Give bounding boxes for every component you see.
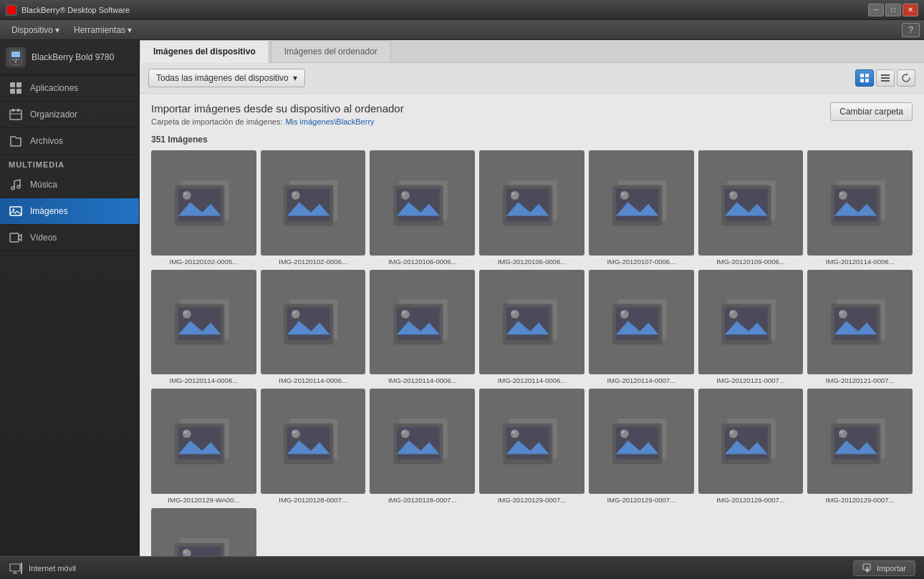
svg-rect-8 [16, 82, 21, 87]
menu-herramientas[interactable]: Herramientas ▾ [67, 22, 139, 38]
list-view-button[interactable] [876, 69, 895, 87]
svg-rect-137 [10, 564, 20, 571]
import-header: Importar imágenes desde su dispositivo a… [140, 94, 924, 132]
tab-imagenes-dispositivo[interactable]: Imágenes del dispositivo [140, 40, 269, 63]
sidebar-item-musica[interactable]: Música [0, 172, 139, 198]
image-thumbnail [261, 389, 366, 494]
svg-point-136 [183, 550, 187, 553]
list-item[interactable]: IMG-20120121-0007... [698, 270, 804, 385]
tabs: Imágenes del dispositivo Imágenes del or… [140, 40, 924, 63]
image-thumbnail [370, 389, 475, 494]
svg-point-46 [511, 192, 515, 195]
chevron-down-icon: ▾ [55, 25, 59, 35]
list-item[interactable]: IMG-20120114-0006... [807, 150, 913, 266]
menu-dispositivo[interactable]: Dispositivo ▾ [4, 22, 67, 38]
image-label: IMG-20120129-0007... [479, 496, 584, 504]
sidebar-item-imagenes[interactable]: Imágenes [0, 198, 139, 225]
image-label: IMG-20120129-0007... [807, 496, 913, 504]
svg-point-101 [183, 430, 187, 434]
list-item[interactable]: IMG-20120114-0006... [479, 270, 584, 385]
svg-point-70 [292, 310, 300, 318]
list-item[interactable]: IMG-20120102-0006... [261, 150, 366, 266]
list-item[interactable]: IMG-20120114-0007... [589, 270, 694, 385]
device-section: BlackBerry Bold 9780 [0, 40, 139, 75]
list-item[interactable]: IMG-20120129-0007... [589, 389, 694, 504]
list-item[interactable]: IMG-20120107-0006... [589, 150, 694, 266]
list-item[interactable]: IMG-20120106-0006... [370, 150, 475, 266]
dropdown-button[interactable]: Todas las imágenes del dispositivo ▾ [148, 69, 305, 87]
sidebar-item-videos[interactable]: Vídeos [0, 225, 139, 251]
window-title: BlackBerry® Desktop Software [21, 6, 868, 14]
close-button[interactable]: ✕ [903, 4, 918, 16]
svg-point-51 [621, 192, 625, 195]
image-label: IMG-20120102-0005... [151, 258, 256, 266]
statusbar: Internet móvil Importar [0, 556, 924, 579]
minimize-button[interactable]: ─ [868, 4, 884, 16]
svg-point-16 [17, 185, 20, 188]
tab-imagenes-ordenador[interactable]: Imágenes del ordenador [271, 40, 391, 62]
list-item[interactable]: IMG-20120128-0007... [261, 389, 366, 504]
svg-rect-25 [881, 77, 890, 79]
image-count: 351 Imágenes [140, 132, 924, 150]
svg-point-81 [511, 311, 515, 315]
device-icon [6, 47, 26, 67]
main-layout: BlackBerry Bold 9780 Aplicaciones [0, 40, 924, 556]
import-action-button[interactable]: Importar [853, 560, 915, 576]
list-item[interactable]: IMG-20120114-0006... [370, 270, 475, 385]
image-thumbnail [589, 150, 694, 256]
svg-rect-9 [10, 89, 15, 94]
svg-rect-140 [21, 563, 22, 574]
imagenes-label: Imágenes [30, 206, 68, 216]
import-path: Carpeta de importación de imágenes: Mis … [151, 117, 830, 126]
svg-point-40 [401, 191, 410, 200]
svg-point-120 [620, 429, 628, 438]
svg-point-86 [621, 311, 625, 315]
cambiar-carpeta-button[interactable]: Cambiar carpeta [830, 102, 913, 121]
image-thumbnail [479, 270, 584, 375]
sidebar-item-archivos[interactable]: Archivos [0, 128, 139, 155]
image-label: IMG-20120114-0007... [589, 376, 694, 384]
list-item[interactable]: IMG-20120128-0007... [370, 389, 475, 504]
import-path-link[interactable]: Mis imágenes\BlackBerry [285, 117, 374, 126]
svg-rect-20 [860, 74, 864, 77]
svg-rect-11 [10, 110, 21, 120]
svg-rect-21 [865, 74, 869, 77]
svg-rect-2 [11, 52, 20, 57]
image-thumbnail [479, 150, 584, 256]
image-thumbnail [698, 150, 804, 256]
internet-label: Internet móvil [29, 564, 76, 573]
svg-rect-19 [10, 233, 19, 242]
list-item[interactable]: IMG-20120114-0006... [261, 270, 366, 385]
image-thumbnail [151, 270, 256, 375]
musica-label: Música [30, 180, 57, 190]
list-item[interactable]: IMG-20120129-0007... [479, 389, 584, 504]
archivos-label: Archivos [30, 136, 63, 146]
list-item[interactable]: IMG-20120129-0007... [698, 389, 804, 504]
list-item[interactable]: IMG-20120129-WA00... [151, 389, 256, 504]
list-item[interactable]: IMG-20120114-0006... [151, 270, 256, 385]
svg-point-3 [15, 61, 17, 63]
sidebar-item-organizador[interactable]: Organizador [0, 102, 139, 128]
refresh-button[interactable] [897, 69, 915, 87]
view-buttons [855, 69, 915, 87]
window-controls: ─ □ ✕ [868, 4, 918, 16]
image-thumbnail [261, 150, 366, 256]
svg-rect-141 [863, 564, 870, 570]
list-item[interactable]: IMG-20120106-0006... [479, 150, 584, 266]
svg-rect-7 [10, 82, 15, 87]
list-item[interactable]: IMG-20120130-0007... [151, 508, 256, 556]
list-item[interactable]: IMG-20120129-0007... [807, 389, 913, 504]
maximize-button[interactable]: □ [885, 4, 901, 16]
svg-point-15 [11, 187, 14, 190]
sidebar-item-aplicaciones[interactable]: Aplicaciones [0, 75, 139, 102]
chevron-down-icon: ▾ [293, 73, 297, 83]
svg-point-106 [292, 430, 296, 434]
image-label: IMG-20120114-0006... [370, 376, 475, 384]
grid-container[interactable]: IMG-20120102-0005... IMG-20120102-0006..… [140, 150, 924, 556]
list-item[interactable]: IMG-20120109-0006... [698, 150, 804, 266]
list-item[interactable]: IMG-20120121-0007... [807, 270, 913, 385]
help-button[interactable]: ? [902, 23, 920, 37]
list-item[interactable]: IMG-20120102-0005... [151, 150, 256, 266]
image-label: IMG-20120128-0007... [261, 496, 366, 504]
grid-view-button[interactable] [855, 69, 874, 87]
